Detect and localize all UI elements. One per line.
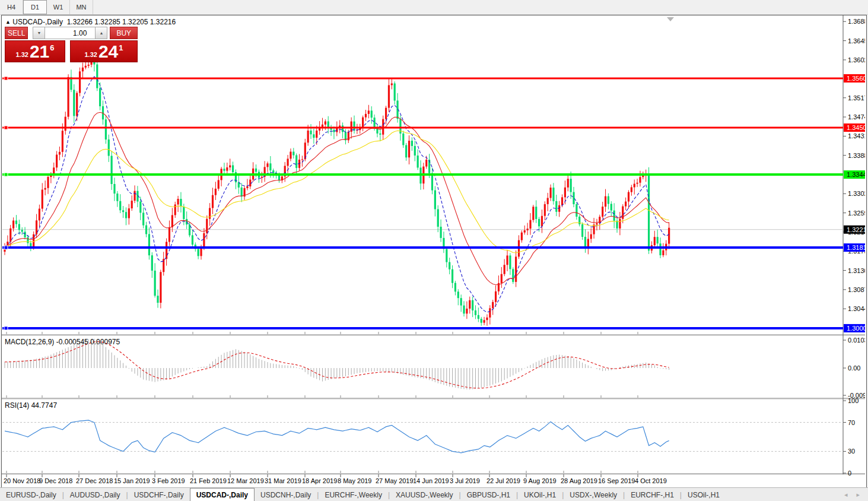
chart-tab-xauusd-weekly[interactable]: XAUUSD-,Weekly: [390, 488, 459, 501]
date-label: 12 Mar 2019: [227, 477, 264, 484]
moving-average-20: [5, 112, 669, 284]
moving-average-40: [5, 131, 669, 253]
chart-title: ▲ USDCAD-,Daily 1.32266 1.32285 1.32205 …: [5, 18, 176, 26]
timeframe-button-d1[interactable]: D1: [23, 0, 47, 14]
trading-terminal: H4D1W1MN 1.368801.364501.360201.351701.3…: [0, 0, 868, 501]
volume-input[interactable]: 1.00: [45, 27, 95, 39]
svg-text:1.36450: 1.36450: [848, 37, 865, 45]
bid-price-pip: 6: [50, 43, 54, 52]
macd-histogram: [5, 339, 669, 390]
macd-signal-line: [5, 342, 669, 389]
buy-button[interactable]: BUY: [110, 27, 138, 39]
volume-increase-button[interactable]: ▲: [95, 27, 107, 39]
date-label: 22 Jul 2019: [487, 477, 520, 484]
candlestick-series: [4, 55, 670, 326]
date-label: 4 Oct 2019: [635, 477, 667, 484]
date-label: 27 Dec 2018: [76, 477, 113, 484]
svg-text:1.30004: 1.30004: [847, 325, 865, 332]
chart-window: 1.368801.364501.360201.351701.347401.343…: [1, 15, 867, 488]
chart-tab-eurchf-weekly[interactable]: EURCHF-,Weekly: [319, 488, 387, 501]
date-label: 21 Feb 2019: [190, 477, 227, 484]
date-label: 15 Jan 2019: [114, 477, 150, 484]
macd-label: MACD(12,26,9) -0.000545 0.000975: [5, 338, 120, 346]
svg-text:100: 100: [848, 397, 859, 404]
chart-tab-usdcad-daily[interactable]: USDCAD-,Daily: [190, 488, 255, 501]
macd-signal-value: 0.000975: [90, 338, 120, 346]
chart-tab-usoil-h1[interactable]: USOil-,H1: [682, 488, 726, 501]
svg-text:0.00: 0.00: [848, 364, 860, 372]
svg-text:1.31300: 1.31300: [848, 267, 865, 274]
chart-tab-usdchf-daily[interactable]: USDCHF-,Daily: [128, 488, 190, 501]
svg-text:70: 70: [848, 419, 855, 426]
level-handle[interactable]: [4, 126, 8, 129]
date-label: 20 Nov 2018: [4, 477, 40, 484]
svg-text:1.30870: 1.30870: [848, 286, 865, 293]
svg-text:1.32590: 1.32590: [848, 210, 865, 217]
chart-canvas[interactable]: 1.368801.364501.360201.351701.347401.343…: [2, 15, 865, 486]
chart-tab-bar: EURUSD-,Daily|AUDUSD-,Daily|USDCHF-,Dail…: [0, 487, 868, 501]
ohlc-high: 1.32285: [94, 18, 120, 26]
ask-price-box[interactable]: 1.32241: [70, 40, 138, 62]
volume-decrease-button[interactable]: ▼: [33, 27, 45, 39]
chart-tab-eurchf-h1[interactable]: EURCHF-,H1: [625, 488, 680, 501]
date-label: 9 Aug 2019: [523, 477, 557, 484]
level-handle[interactable]: [4, 173, 8, 176]
ask-price-prefix: 1.32: [84, 51, 97, 58]
collapse-icon[interactable]: ▲: [5, 19, 11, 25]
chart-tab-eurusd-daily[interactable]: EURUSD-,Daily: [0, 488, 62, 501]
date-label: 3 Jul 2019: [450, 477, 480, 484]
scroll-to-end-icon[interactable]: [667, 17, 674, 21]
tab-scroll-arrows[interactable]: ◂ ▸: [844, 488, 868, 501]
date-label: 14 Jun 2019: [413, 477, 449, 484]
svg-text:1.33449: 1.33449: [847, 171, 865, 178]
svg-text:0: 0: [848, 470, 851, 477]
level-handle[interactable]: [4, 77, 8, 80]
bid-price-main: 21: [30, 43, 49, 61]
bid-price-box[interactable]: 1.32216: [5, 40, 65, 62]
ohlc-open: 1.32266: [67, 18, 93, 26]
macd-main-value: -0.000545: [56, 338, 88, 346]
rsi-label: RSI(14) 44.7747: [5, 401, 57, 410]
svg-text:30: 30: [848, 448, 855, 455]
date-label: 16 Sep 2019: [598, 477, 635, 484]
chart-tab-usdx-weekly[interactable]: USDX-,Weekly: [564, 488, 623, 501]
rsi-line: [5, 420, 669, 453]
level-handle[interactable]: [4, 326, 8, 330]
ask-price-pip: 1: [119, 43, 123, 52]
ohlc-close: 1.32216: [150, 18, 176, 26]
ohlc-low: 1.32205: [122, 18, 148, 26]
svg-text:1.33880: 1.33880: [848, 152, 865, 159]
svg-text:1.30440: 1.30440: [848, 305, 865, 312]
svg-text:0.010311: 0.010311: [848, 337, 865, 344]
svg-text:1.34740: 1.34740: [848, 113, 865, 121]
svg-text:1.35170: 1.35170: [848, 94, 865, 102]
date-label: 9 Dec 2018: [39, 477, 72, 484]
svg-text:1.35606: 1.35606: [847, 75, 865, 82]
timeframe-button-h4[interactable]: H4: [0, 0, 23, 14]
symbol-name: USDCAD-,Daily: [12, 18, 63, 26]
spin-up-icon: ▲: [99, 31, 103, 35]
chart-tab-audusd-daily[interactable]: AUDUSD-,Daily: [64, 488, 126, 501]
chart-tab-usdcnh-daily[interactable]: USDCNH-,Daily: [255, 488, 317, 501]
svg-text:1.36880: 1.36880: [848, 18, 865, 25]
moving-average-8: [5, 77, 669, 312]
svg-text:1.32216: 1.32216: [847, 226, 865, 233]
svg-text:1.34310: 1.34310: [848, 132, 865, 139]
date-label: 28 Aug 2019: [561, 477, 597, 484]
one-click-trade-panel: SELL ▼ 1.00 ▲ BUY 1.32216 1.32241: [5, 27, 138, 62]
level-handle[interactable]: [4, 246, 8, 249]
date-label: 27 May 2019: [376, 477, 414, 484]
chart-tab-ukoil-h1[interactable]: UKOil-,H1: [518, 488, 562, 501]
date-label: 3 Feb 2019: [152, 477, 185, 484]
chart-tab-gbpusd-h1[interactable]: GBPUSD-,H1: [461, 488, 516, 501]
timeframe-button-w1[interactable]: W1: [47, 0, 70, 14]
spin-down-icon: ▼: [37, 31, 41, 35]
ask-price-main: 24: [98, 43, 118, 61]
svg-text:1.34501: 1.34501: [847, 124, 865, 131]
svg-text:1.31812: 1.31812: [847, 244, 865, 251]
date-label: 8 May 2019: [338, 477, 371, 484]
date-label: 18 Apr 2019: [302, 477, 337, 484]
svg-text:1.33020: 1.33020: [848, 190, 865, 197]
timeframe-button-mn[interactable]: MN: [70, 0, 93, 14]
sell-button[interactable]: SELL: [5, 27, 28, 39]
